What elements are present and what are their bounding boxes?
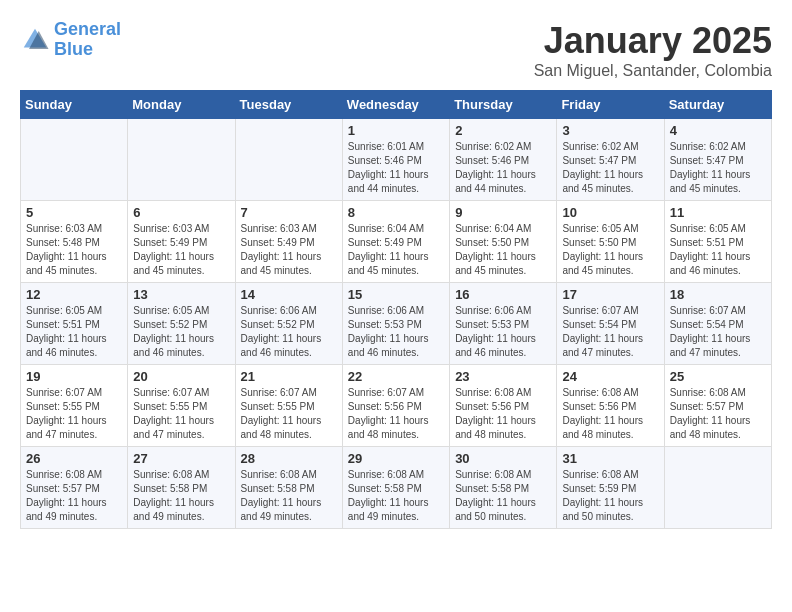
- day-info: Sunrise: 6:05 AMSunset: 5:51 PMDaylight:…: [26, 304, 122, 360]
- day-info: Sunrise: 6:07 AMSunset: 5:55 PMDaylight:…: [241, 386, 337, 442]
- day-cell: 12Sunrise: 6:05 AMSunset: 5:51 PMDayligh…: [21, 283, 128, 365]
- day-info: Sunrise: 6:06 AMSunset: 5:53 PMDaylight:…: [348, 304, 444, 360]
- day-cell: 11Sunrise: 6:05 AMSunset: 5:51 PMDayligh…: [664, 201, 771, 283]
- day-number: 10: [562, 205, 658, 220]
- logo-icon: [20, 25, 50, 55]
- day-cell: 4Sunrise: 6:02 AMSunset: 5:47 PMDaylight…: [664, 119, 771, 201]
- day-cell: 10Sunrise: 6:05 AMSunset: 5:50 PMDayligh…: [557, 201, 664, 283]
- week-row-2: 5Sunrise: 6:03 AMSunset: 5:48 PMDaylight…: [21, 201, 772, 283]
- day-cell: 6Sunrise: 6:03 AMSunset: 5:49 PMDaylight…: [128, 201, 235, 283]
- day-cell: 2Sunrise: 6:02 AMSunset: 5:46 PMDaylight…: [450, 119, 557, 201]
- day-cell: 22Sunrise: 6:07 AMSunset: 5:56 PMDayligh…: [342, 365, 449, 447]
- day-number: 17: [562, 287, 658, 302]
- day-info: Sunrise: 6:08 AMSunset: 5:58 PMDaylight:…: [133, 468, 229, 524]
- day-info: Sunrise: 6:04 AMSunset: 5:50 PMDaylight:…: [455, 222, 551, 278]
- day-number: 14: [241, 287, 337, 302]
- day-info: Sunrise: 6:07 AMSunset: 5:55 PMDaylight:…: [26, 386, 122, 442]
- day-cell: 18Sunrise: 6:07 AMSunset: 5:54 PMDayligh…: [664, 283, 771, 365]
- day-cell: 25Sunrise: 6:08 AMSunset: 5:57 PMDayligh…: [664, 365, 771, 447]
- day-info: Sunrise: 6:03 AMSunset: 5:49 PMDaylight:…: [241, 222, 337, 278]
- day-number: 15: [348, 287, 444, 302]
- title-area: January 2025 San Miguel, Santander, Colo…: [534, 20, 772, 80]
- header-cell-wednesday: Wednesday: [342, 91, 449, 119]
- header: General Blue January 2025 San Miguel, Sa…: [20, 20, 772, 80]
- day-info: Sunrise: 6:03 AMSunset: 5:48 PMDaylight:…: [26, 222, 122, 278]
- day-info: Sunrise: 6:08 AMSunset: 5:58 PMDaylight:…: [455, 468, 551, 524]
- day-cell: 29Sunrise: 6:08 AMSunset: 5:58 PMDayligh…: [342, 447, 449, 529]
- day-info: Sunrise: 6:06 AMSunset: 5:53 PMDaylight:…: [455, 304, 551, 360]
- calendar-subtitle: San Miguel, Santander, Colombia: [534, 62, 772, 80]
- header-cell-saturday: Saturday: [664, 91, 771, 119]
- day-cell: 7Sunrise: 6:03 AMSunset: 5:49 PMDaylight…: [235, 201, 342, 283]
- day-cell: 30Sunrise: 6:08 AMSunset: 5:58 PMDayligh…: [450, 447, 557, 529]
- day-number: 24: [562, 369, 658, 384]
- logo: General Blue: [20, 20, 121, 60]
- day-info: Sunrise: 6:08 AMSunset: 5:56 PMDaylight:…: [455, 386, 551, 442]
- header-cell-friday: Friday: [557, 91, 664, 119]
- header-cell-monday: Monday: [128, 91, 235, 119]
- day-info: Sunrise: 6:04 AMSunset: 5:49 PMDaylight:…: [348, 222, 444, 278]
- day-info: Sunrise: 6:06 AMSunset: 5:52 PMDaylight:…: [241, 304, 337, 360]
- day-info: Sunrise: 6:05 AMSunset: 5:51 PMDaylight:…: [670, 222, 766, 278]
- day-number: 4: [670, 123, 766, 138]
- day-number: 22: [348, 369, 444, 384]
- calendar-body: 1Sunrise: 6:01 AMSunset: 5:46 PMDaylight…: [21, 119, 772, 529]
- day-info: Sunrise: 6:08 AMSunset: 5:57 PMDaylight:…: [670, 386, 766, 442]
- day-info: Sunrise: 6:08 AMSunset: 5:57 PMDaylight:…: [26, 468, 122, 524]
- day-cell: 26Sunrise: 6:08 AMSunset: 5:57 PMDayligh…: [21, 447, 128, 529]
- day-cell: 24Sunrise: 6:08 AMSunset: 5:56 PMDayligh…: [557, 365, 664, 447]
- day-number: 16: [455, 287, 551, 302]
- day-info: Sunrise: 6:02 AMSunset: 5:47 PMDaylight:…: [562, 140, 658, 196]
- day-info: Sunrise: 6:03 AMSunset: 5:49 PMDaylight:…: [133, 222, 229, 278]
- day-number: 3: [562, 123, 658, 138]
- day-cell: 5Sunrise: 6:03 AMSunset: 5:48 PMDaylight…: [21, 201, 128, 283]
- day-number: 1: [348, 123, 444, 138]
- day-cell: [664, 447, 771, 529]
- day-info: Sunrise: 6:05 AMSunset: 5:52 PMDaylight:…: [133, 304, 229, 360]
- day-number: 31: [562, 451, 658, 466]
- day-info: Sunrise: 6:08 AMSunset: 5:58 PMDaylight:…: [241, 468, 337, 524]
- day-cell: 21Sunrise: 6:07 AMSunset: 5:55 PMDayligh…: [235, 365, 342, 447]
- week-row-5: 26Sunrise: 6:08 AMSunset: 5:57 PMDayligh…: [21, 447, 772, 529]
- day-info: Sunrise: 6:08 AMSunset: 5:56 PMDaylight:…: [562, 386, 658, 442]
- day-number: 29: [348, 451, 444, 466]
- day-cell: 15Sunrise: 6:06 AMSunset: 5:53 PMDayligh…: [342, 283, 449, 365]
- day-cell: [128, 119, 235, 201]
- day-number: 28: [241, 451, 337, 466]
- day-cell: [21, 119, 128, 201]
- calendar-table: SundayMondayTuesdayWednesdayThursdayFrid…: [20, 90, 772, 529]
- day-number: 25: [670, 369, 766, 384]
- day-info: Sunrise: 6:01 AMSunset: 5:46 PMDaylight:…: [348, 140, 444, 196]
- day-number: 27: [133, 451, 229, 466]
- day-number: 21: [241, 369, 337, 384]
- logo-blue: Blue: [54, 39, 93, 59]
- day-number: 6: [133, 205, 229, 220]
- day-number: 8: [348, 205, 444, 220]
- day-cell: 9Sunrise: 6:04 AMSunset: 5:50 PMDaylight…: [450, 201, 557, 283]
- day-cell: [235, 119, 342, 201]
- day-number: 13: [133, 287, 229, 302]
- day-info: Sunrise: 6:07 AMSunset: 5:54 PMDaylight:…: [562, 304, 658, 360]
- day-number: 26: [26, 451, 122, 466]
- day-cell: 19Sunrise: 6:07 AMSunset: 5:55 PMDayligh…: [21, 365, 128, 447]
- day-info: Sunrise: 6:02 AMSunset: 5:46 PMDaylight:…: [455, 140, 551, 196]
- day-cell: 3Sunrise: 6:02 AMSunset: 5:47 PMDaylight…: [557, 119, 664, 201]
- week-row-3: 12Sunrise: 6:05 AMSunset: 5:51 PMDayligh…: [21, 283, 772, 365]
- header-cell-sunday: Sunday: [21, 91, 128, 119]
- header-cell-thursday: Thursday: [450, 91, 557, 119]
- day-number: 18: [670, 287, 766, 302]
- week-row-4: 19Sunrise: 6:07 AMSunset: 5:55 PMDayligh…: [21, 365, 772, 447]
- day-number: 11: [670, 205, 766, 220]
- week-row-1: 1Sunrise: 6:01 AMSunset: 5:46 PMDaylight…: [21, 119, 772, 201]
- day-number: 7: [241, 205, 337, 220]
- day-cell: 16Sunrise: 6:06 AMSunset: 5:53 PMDayligh…: [450, 283, 557, 365]
- day-cell: 17Sunrise: 6:07 AMSunset: 5:54 PMDayligh…: [557, 283, 664, 365]
- day-cell: 23Sunrise: 6:08 AMSunset: 5:56 PMDayligh…: [450, 365, 557, 447]
- header-row: SundayMondayTuesdayWednesdayThursdayFrid…: [21, 91, 772, 119]
- calendar-header: SundayMondayTuesdayWednesdayThursdayFrid…: [21, 91, 772, 119]
- day-cell: 31Sunrise: 6:08 AMSunset: 5:59 PMDayligh…: [557, 447, 664, 529]
- day-number: 20: [133, 369, 229, 384]
- day-number: 19: [26, 369, 122, 384]
- day-number: 30: [455, 451, 551, 466]
- day-cell: 13Sunrise: 6:05 AMSunset: 5:52 PMDayligh…: [128, 283, 235, 365]
